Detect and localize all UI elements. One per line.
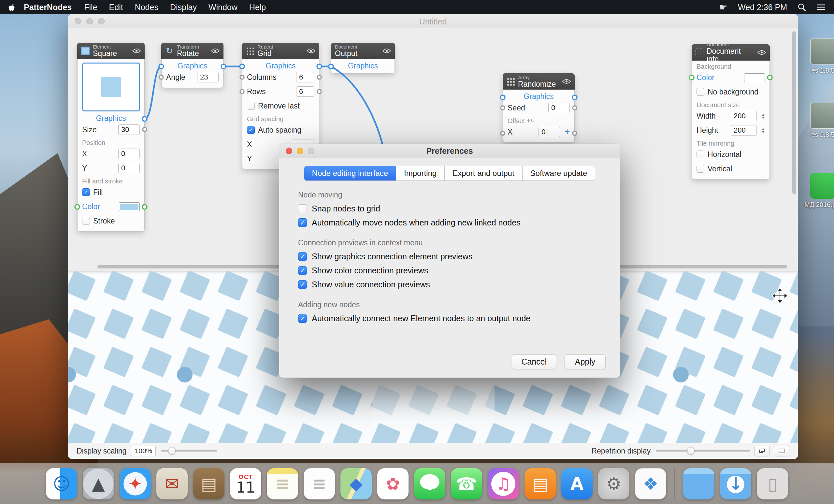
menu-app-name[interactable]: PatterNodes <box>24 3 72 12</box>
menu-item-edit[interactable]: Edit <box>109 3 123 12</box>
dock-icon-notes[interactable]: ≡ <box>267 468 298 500</box>
dock-icon-system-preferences[interactable]: ⚙ <box>598 468 630 500</box>
desktop-file[interactable]: МД 2016.pdf <box>804 173 834 209</box>
no-background-checkbox[interactable] <box>697 88 704 96</box>
dock-icon-maps[interactable]: ◆ <box>341 468 372 500</box>
repetition-display-slider[interactable] <box>656 450 750 452</box>
eye-icon[interactable] <box>382 48 391 53</box>
fullscreen-preview-button[interactable] <box>774 446 789 456</box>
graphics-port-label[interactable]: Graphics <box>161 59 223 70</box>
fill-checkbox[interactable] <box>82 188 90 196</box>
dock-icon-calendar[interactable]: OCT 11 <box>230 468 261 500</box>
width-stepper[interactable]: ▲▼ <box>761 113 765 119</box>
dock-icon-reminders[interactable]: ≡ <box>304 468 335 500</box>
height-input[interactable]: 200 <box>731 125 757 135</box>
node-randomize[interactable]: Array Randomize Graphics Seed 0 Offset +… <box>503 73 575 143</box>
seed-input[interactable]: 0 <box>548 103 570 113</box>
menu-item-display[interactable]: Display <box>170 3 197 12</box>
columns-input[interactable]: 6 <box>296 72 314 83</box>
dock-icon-finder[interactable]: ☺ <box>46 468 77 500</box>
x-input[interactable]: 0 <box>539 127 560 137</box>
eye-icon[interactable] <box>132 48 141 53</box>
desktop-file[interactable]: es 1.8.5 <box>804 39 834 74</box>
graphics-port-label[interactable]: Graphics <box>242 59 319 70</box>
display-scaling-value[interactable]: 100% <box>131 446 156 456</box>
dock-icon-itunes[interactable]: ♫ <box>488 468 519 500</box>
status-menu-icon[interactable]: ☛ <box>719 2 727 13</box>
background-color-swatch[interactable] <box>744 73 765 82</box>
dock-icon-patternodes[interactable]: ❖ <box>635 468 666 500</box>
tile-view-button[interactable] <box>754 446 770 456</box>
node-header[interactable]: Element Square <box>77 43 145 59</box>
angle-input[interactable]: 23 <box>197 72 219 83</box>
dock-icon-photos[interactable]: ✿ <box>377 468 409 500</box>
apply-button[interactable]: Apply <box>565 354 606 369</box>
node-header[interactable]: ↻ Transform Rotate <box>161 43 223 59</box>
tab-export-and-output[interactable]: Export and output <box>445 166 522 180</box>
vertical-checkbox[interactable] <box>697 165 704 173</box>
remove-last-checkbox[interactable] <box>247 102 255 110</box>
node-header[interactable]: Document Output <box>331 43 395 59</box>
color-port-label[interactable]: Color <box>82 202 100 211</box>
dock-icon-launchpad[interactable]: ▲ <box>83 468 114 500</box>
move-offset-icon[interactable]: + <box>565 127 570 137</box>
tab-node-editing-interface[interactable]: Node editing interface <box>304 166 396 180</box>
height-stepper[interactable]: ▲▼ <box>761 127 765 134</box>
menu-item-window[interactable]: Window <box>208 3 238 12</box>
auto-spacing-checkbox[interactable] <box>247 126 255 134</box>
x-input[interactable]: 0 <box>118 149 140 159</box>
dock-icon-contacts[interactable]: ▤ <box>193 468 224 500</box>
node-output[interactable]: Document Output Graphics <box>331 43 395 74</box>
dock-icon-trash[interactable]: ▯ <box>757 468 788 500</box>
color-port-label[interactable]: Color <box>697 73 715 82</box>
dock-icon-mail-stamp[interactable]: ✉ <box>156 468 188 500</box>
dock-icon-downloads[interactable]: ↓ <box>720 468 751 500</box>
spotlight-search-icon[interactable] <box>797 3 806 12</box>
rows-input[interactable]: 6 <box>296 86 314 97</box>
graphics-previews-checkbox[interactable] <box>298 252 307 261</box>
dock-icon-messages[interactable] <box>414 468 445 500</box>
tab-software-update[interactable]: Software update <box>523 166 595 180</box>
dialog-titlebar[interactable]: Preferences <box>279 144 620 158</box>
color-previews-checkbox[interactable] <box>298 266 307 275</box>
width-input[interactable]: 200 <box>731 111 757 121</box>
vertical-scrollbar-thumb[interactable] <box>792 31 796 194</box>
node-document-info[interactable]: Document Document info Background Color … <box>692 44 770 179</box>
eye-icon[interactable] <box>307 48 315 53</box>
dock-icon-safari[interactable]: ✦ <box>119 468 151 500</box>
eye-icon[interactable] <box>562 79 571 84</box>
apple-menu-icon[interactable] <box>8 4 15 11</box>
dock-icon-app-store[interactable]: A <box>561 468 593 500</box>
window-titlebar[interactable]: Untitled <box>68 14 798 28</box>
menu-item-nodes[interactable]: Nodes <box>135 3 158 12</box>
stroke-checkbox[interactable] <box>82 217 90 225</box>
auto-connect-checkbox[interactable] <box>298 314 307 323</box>
eye-icon[interactable] <box>758 50 766 55</box>
menu-clock[interactable]: Wed 2:36 PM <box>738 3 787 12</box>
eye-icon[interactable] <box>211 48 220 53</box>
graphics-port-label[interactable]: Graphics <box>78 111 144 123</box>
node-header[interactable]: Document Document info <box>692 44 770 61</box>
graphics-port-label[interactable]: Graphics <box>331 59 395 70</box>
dock-icon-facetime[interactable]: ☎ <box>451 468 482 500</box>
menu-item-file[interactable]: File <box>84 3 97 12</box>
slider-thumb[interactable] <box>687 447 695 455</box>
menu-item-help[interactable]: Help <box>249 3 266 12</box>
horizontal-checkbox[interactable] <box>697 151 704 158</box>
desktop-file[interactable]: es 1.8.5 <box>804 103 834 138</box>
node-header[interactable]: Repeat Grid <box>242 43 319 59</box>
dock-icon-books[interactable]: ▤ <box>525 468 556 500</box>
tab-importing[interactable]: Importing <box>396 166 445 180</box>
graphics-port-label[interactable]: Graphics <box>503 90 574 101</box>
display-scaling-slider[interactable] <box>161 450 217 452</box>
cancel-button[interactable]: Cancel <box>512 354 556 369</box>
node-square[interactable]: Element Square Graphics Size 30 Position… <box>77 43 145 232</box>
color-swatch[interactable] <box>119 202 140 211</box>
node-rotate[interactable]: ↻ Transform Rotate Graphics Angle 23 <box>161 43 223 88</box>
dock-icon-folder[interactable] <box>683 468 715 500</box>
value-previews-checkbox[interactable] <box>298 280 307 289</box>
auto-move-nodes-checkbox[interactable] <box>298 218 307 227</box>
size-input[interactable]: 30 <box>118 125 140 135</box>
snap-nodes-checkbox[interactable] <box>298 204 307 213</box>
notification-center-icon[interactable] <box>816 3 826 11</box>
